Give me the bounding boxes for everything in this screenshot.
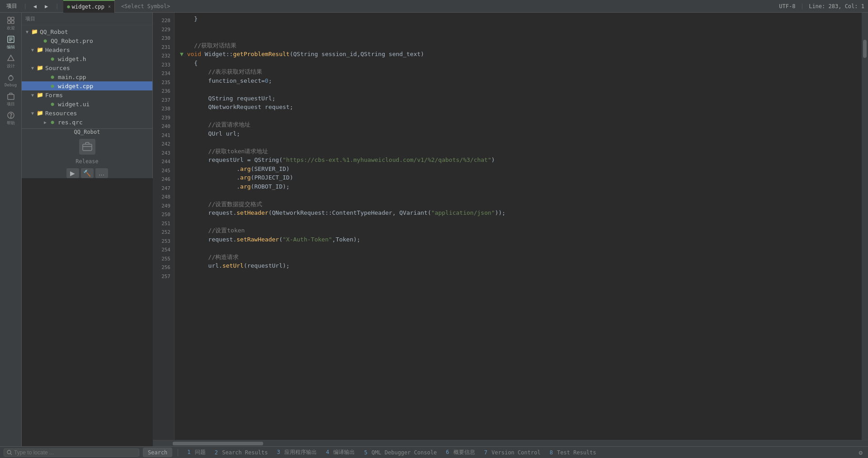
file-tree[interactable]: ▼ 📁 QQ_Robot ● QQ_Robot.pro ▼ 📁 Headers — [22, 25, 152, 128]
status-tab-概要信息[interactable]: 6 概要信息 — [442, 448, 478, 457]
code-line-242[interactable] — [180, 138, 856, 147]
status-tab-编译输出[interactable]: 4 编译输出 — [322, 448, 359, 457]
type-to-locate-input[interactable] — [14, 449, 95, 456]
tab-close-btn[interactable]: × — [108, 4, 111, 9]
tree-arrow-headers[interactable]: ▼ — [29, 47, 36, 52]
code-line-235[interactable]: function_select=0; — [180, 76, 856, 85]
tree-node-resources[interactable]: ▼ 📁 Resources — [22, 109, 152, 118]
code-line-240[interactable]: //设置请求地址 — [180, 120, 856, 129]
tree-label-pro: QQ_Robot.pro — [51, 38, 93, 44]
tree-arrow-qq-robot[interactable]: ▼ — [24, 29, 31, 34]
folder-icon-forms: 📁 — [36, 91, 43, 99]
tree-node-widget-cpp[interactable]: ● widget.cpp — [22, 81, 152, 90]
tree-node-forms[interactable]: ▼ 📁 Forms — [22, 90, 152, 99]
status-tab-version-control[interactable]: 7 Version Control — [481, 449, 544, 457]
project-dropdown[interactable]: 项目 — [4, 1, 20, 11]
code-line-247[interactable]: .arg(ROBOT_ID); — [180, 182, 856, 191]
code-line-241[interactable]: QUrl url; — [180, 129, 856, 138]
code-line-253[interactable]: request.setRawHeader("X-Auth-Token",Toke… — [180, 235, 856, 244]
status-tab-qml-debugger-console[interactable]: 5 QML Debugger Console — [360, 449, 440, 457]
code-line-243[interactable]: //获取token请求地址 — [180, 147, 856, 156]
left-sidebar: 项目 ▼ 📁 QQ_Robot ● QQ_Robot.pro — [22, 13, 153, 446]
tree-label-sources: Sources — [45, 65, 70, 71]
code-line-231[interactable]: //获取对话结果 — [180, 41, 856, 50]
tree-node-widget-ui[interactable]: ● widget.ui — [22, 99, 152, 109]
search-button[interactable]: Search — [143, 448, 172, 457]
status-tab-应用程序输出[interactable]: 3 应用程序输出 — [273, 448, 320, 457]
code-line-244[interactable]: requestUrl = QString("https://cbs-ext.%1… — [180, 156, 856, 165]
more-btn[interactable]: … — [95, 168, 108, 178]
tree-label-res-qrc: res.qrc — [58, 119, 83, 126]
build-type-label: Release — [75, 158, 99, 165]
top-bar-left: 项目 | ◀ ▶ | ● widget.cpp × <Select Symbol… — [4, 0, 779, 13]
type-to-locate-field[interactable] — [4, 449, 139, 457]
tree-arrow-forms[interactable]: ▼ — [29, 93, 36, 98]
search-icon — [7, 450, 12, 455]
tree-node-qq-robot[interactable]: ▼ 📁 QQ_Robot — [22, 27, 152, 36]
svg-line-17 — [11, 453, 12, 455]
sidebar-item-project[interactable]: 项目 — [2, 90, 20, 109]
settings-icon[interactable]: ⚙ — [857, 449, 864, 456]
kit-name-label: QQ_Robot — [74, 129, 100, 135]
svg-rect-11 — [8, 94, 14, 99]
tree-node-widget-h[interactable]: ● widget.h — [22, 54, 152, 63]
code-line-238[interactable]: QNetworkRequest request; — [180, 103, 856, 112]
editor-content[interactable]: 2282292302312322332342352362372382392402… — [153, 13, 868, 440]
sidebar-item-design[interactable]: 设计 — [2, 52, 20, 71]
run-btn[interactable]: ▶ — [66, 168, 79, 178]
symbol-selector[interactable]: <Select Symbol> — [121, 3, 170, 9]
tree-arrow-sources[interactable]: ▼ — [29, 66, 36, 71]
sidebar-item-debug[interactable]: Debug — [2, 71, 20, 90]
sidebar-item-edit[interactable]: 编辑 — [2, 33, 20, 52]
sidebar-item-welcome[interactable]: 欢迎 — [2, 14, 20, 33]
file-tab-widget-cpp[interactable]: ● widget.cpp × — [63, 0, 115, 13]
code-line-239[interactable] — [180, 112, 856, 121]
status-tab-test-results[interactable]: 8 Test Results — [546, 449, 600, 457]
code-line-252[interactable]: //设置token — [180, 226, 856, 235]
tree-label-main-cpp: main.cpp — [58, 74, 86, 80]
scrollbar[interactable] — [862, 13, 868, 440]
tree-arrow-res-qrc[interactable]: ▶ — [42, 120, 49, 125]
sidebar-item-help[interactable]: 帮助 — [2, 109, 20, 127]
tab-filename-label: widget.cpp — [72, 4, 104, 10]
code-line-228[interactable]: } — [180, 14, 856, 24]
build-btn[interactable]: 🔨 — [81, 168, 94, 178]
svg-rect-14 — [83, 144, 92, 151]
code-line-250[interactable]: request.setHeader(QNetworkRequest::Conte… — [180, 208, 856, 217]
code-line-248[interactable] — [180, 191, 856, 200]
tree-label-widget-h: widget.h — [58, 56, 86, 62]
code-line-255[interactable]: //构造请求 — [180, 253, 856, 262]
scrollbar-thumb[interactable] — [863, 40, 867, 58]
tree-node-main-cpp[interactable]: ● main.cpp — [22, 72, 152, 81]
code-line-251[interactable] — [180, 217, 856, 227]
tree-node-qq-robot-pro[interactable]: ● QQ_Robot.pro — [22, 36, 152, 45]
code-line-234[interactable]: //表示获取对话结果 — [180, 67, 856, 76]
tree-node-sources[interactable]: ▼ 📁 Sources — [22, 63, 152, 72]
code-area[interactable]: } //获取对话结果▼ void Widget::getProblemResul… — [175, 13, 862, 440]
code-line-245[interactable]: .arg(SERVER_ID) — [180, 165, 856, 174]
tree-label-resources: Resources — [45, 110, 77, 117]
status-tab-问题[interactable]: 1 问题 — [184, 448, 209, 457]
horizontal-scrollbar[interactable] — [153, 440, 868, 446]
code-line-256[interactable]: url.setUrl(requestUrl); — [180, 261, 856, 270]
code-line-237[interactable]: QString requestUrl; — [180, 94, 856, 103]
tree-node-res-qrc[interactable]: ▶ ● res.qrc — [22, 118, 152, 127]
code-line-233[interactable]: { — [180, 59, 856, 68]
code-line-246[interactable]: .arg(PROJECT_ID) — [180, 173, 856, 182]
code-line-229[interactable] — [180, 24, 856, 33]
h-scrollbar-thumb[interactable] — [173, 442, 263, 445]
tree-node-headers[interactable]: ▼ 📁 Headers — [22, 45, 152, 54]
code-line-257[interactable] — [180, 270, 856, 279]
code-line-254[interactable] — [180, 244, 856, 253]
tree-label-qq-robot: QQ_Robot — [40, 28, 68, 35]
code-line-232[interactable]: ▼ void Widget::getProblemResult(QString … — [180, 50, 856, 59]
nav-forward-btn[interactable]: ▶ — [42, 2, 51, 10]
folder-icon-resources: 📁 — [36, 109, 43, 117]
code-line-249[interactable]: //设置数据提交格式 — [180, 200, 856, 209]
status-tab-search-results[interactable]: 2 Search Results — [211, 449, 272, 457]
tree-arrow-resources[interactable]: ▼ — [29, 111, 36, 116]
code-line-236[interactable] — [180, 85, 856, 94]
nav-back-btn[interactable]: ◀ — [31, 2, 39, 10]
code-line-230[interactable] — [180, 32, 856, 41]
tree-label-headers: Headers — [45, 47, 70, 53]
